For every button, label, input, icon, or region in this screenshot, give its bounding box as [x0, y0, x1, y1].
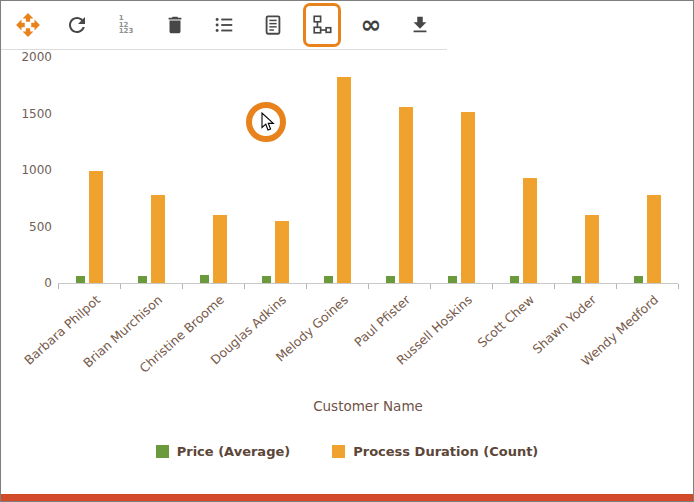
x-axis-tick	[182, 284, 183, 289]
move-button[interactable]	[9, 3, 47, 47]
legend-item[interactable]: Process Duration (Count)	[332, 444, 538, 459]
x-axis-tick	[616, 284, 617, 289]
flowchart-icon	[311, 14, 333, 36]
x-axis-tick	[554, 284, 555, 289]
bar[interactable]	[634, 276, 643, 283]
flowchart-view-button[interactable]	[303, 3, 341, 47]
x-axis-label: Christine Broome	[113, 292, 227, 397]
legend-swatch	[156, 445, 169, 458]
x-axis-label: Barbara Philpot	[0, 292, 103, 397]
bar-group	[386, 107, 413, 283]
infinity-icon: ∞	[361, 15, 382, 35]
bar-group	[138, 195, 165, 283]
y-axis-tick-label: 500	[6, 220, 52, 234]
bar-group	[200, 215, 227, 283]
x-axis-tick	[58, 284, 59, 289]
bar[interactable]	[523, 178, 537, 283]
x-axis-label: Paul Pfister	[299, 292, 413, 397]
list-view-button[interactable]	[205, 3, 243, 47]
bar[interactable]	[275, 221, 289, 283]
x-axis-label: Shawn Yoder	[485, 292, 599, 397]
legend-label: Price (Average)	[177, 444, 291, 459]
list-icon	[213, 14, 235, 36]
bar[interactable]	[461, 112, 475, 283]
chart-legend: Price (Average)Process Duration (Count)	[1, 444, 693, 459]
bar[interactable]	[572, 276, 581, 283]
bar[interactable]	[510, 276, 519, 283]
document-icon	[262, 14, 284, 36]
x-axis-tick	[492, 284, 493, 289]
bar[interactable]	[585, 215, 599, 283]
bar[interactable]	[448, 276, 457, 283]
bar-group	[510, 178, 537, 283]
x-axis-title: Customer Name	[58, 398, 678, 414]
x-axis-label: Russell Hoskins	[361, 292, 475, 397]
bar-group	[634, 195, 661, 283]
x-axis-tick	[678, 284, 679, 289]
bar-group	[76, 171, 103, 283]
x-axis-tick	[120, 284, 121, 289]
bar[interactable]	[647, 195, 661, 283]
refresh-icon	[65, 13, 89, 37]
y-axis-tick-label: 1000	[6, 163, 52, 177]
trash-icon	[164, 14, 186, 36]
y-axis-tick-label: 1500	[6, 107, 52, 121]
numbers-icon: 1 12 123	[119, 15, 134, 35]
bar[interactable]	[200, 275, 209, 283]
bar[interactable]	[262, 276, 271, 283]
bar[interactable]	[213, 215, 227, 283]
y-axis-tick-label: 2000	[6, 50, 52, 64]
toolbar: 1 12 123	[1, 1, 447, 50]
bar[interactable]	[151, 195, 165, 283]
refresh-button[interactable]	[58, 3, 96, 47]
y-axis-tick-label: 0	[6, 276, 52, 290]
download-icon	[409, 14, 431, 36]
delete-button[interactable]	[156, 3, 194, 47]
x-axis-tick	[430, 284, 431, 289]
x-axis-label: Melody Goines	[237, 292, 351, 397]
bar[interactable]	[138, 276, 147, 283]
x-axis-label: Brian Murchison	[51, 292, 165, 397]
bar-group	[324, 77, 351, 283]
bar-group	[572, 215, 599, 283]
report-view-button[interactable]	[254, 3, 292, 47]
bar-group	[262, 221, 289, 283]
chart-widget: 1 12 123	[0, 0, 694, 502]
legend-swatch	[332, 445, 345, 458]
bar[interactable]	[76, 276, 85, 283]
bar[interactable]	[337, 77, 351, 283]
x-axis-label: Scott Chew	[423, 292, 537, 397]
bar[interactable]	[89, 171, 103, 283]
legend-item[interactable]: Price (Average)	[156, 444, 291, 459]
download-button[interactable]	[401, 3, 439, 47]
move-icon	[15, 12, 41, 38]
x-axis-tick	[244, 284, 245, 289]
bar[interactable]	[386, 276, 395, 283]
plot-area: 0500100015002000Barbara PhilpotBrian Mur…	[58, 58, 678, 284]
x-axis-tick	[306, 284, 307, 289]
x-axis-label: Douglas Adkins	[175, 292, 289, 397]
x-axis-tick	[368, 284, 369, 289]
number-format-button[interactable]: 1 12 123	[107, 3, 145, 47]
mouse-cursor-icon	[261, 112, 275, 132]
legend-label: Process Duration (Count)	[353, 444, 538, 459]
infinity-button[interactable]: ∞	[352, 3, 390, 47]
bar[interactable]	[324, 276, 333, 283]
bar[interactable]	[399, 107, 413, 283]
x-axis-label: Wendy Medford	[547, 292, 661, 397]
bottom-accent-bar	[1, 494, 693, 501]
bar-group	[448, 112, 475, 283]
